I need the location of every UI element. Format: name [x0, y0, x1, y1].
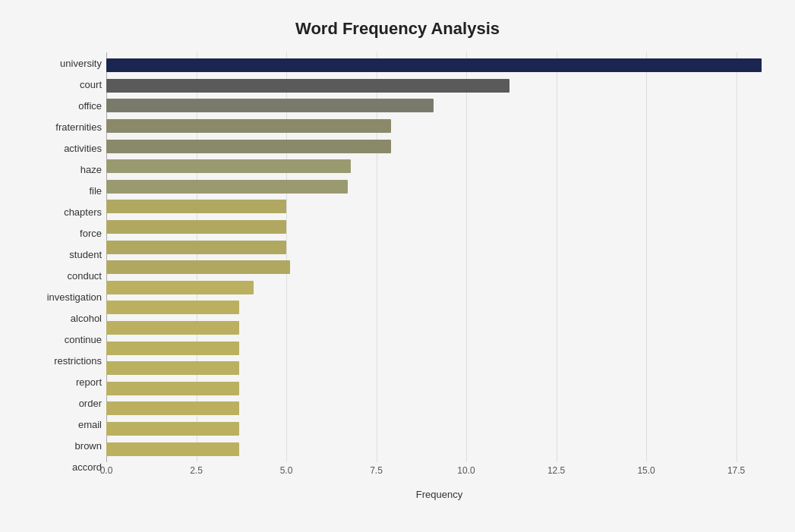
y-axis-label: office — [78, 95, 106, 116]
bar — [106, 140, 391, 153]
bar — [106, 241, 286, 254]
bar-row — [106, 219, 772, 235]
y-axis-label: student — [69, 244, 106, 265]
bar — [106, 382, 239, 395]
y-axis-label: continue — [65, 329, 106, 350]
bar — [106, 401, 239, 415]
y-axis-label: chapters — [64, 201, 106, 222]
y-axis-label: force — [80, 222, 106, 244]
x-tick-label: 17.5 — [727, 465, 745, 476]
bar — [106, 321, 239, 335]
bar — [106, 180, 348, 194]
bar-row — [106, 320, 772, 336]
x-tick-label: 15.0 — [637, 465, 655, 476]
bar-row — [106, 97, 772, 114]
bar-row — [106, 299, 772, 316]
chart-container: Word Frequency Analysis universitycourto… — [0, 0, 795, 532]
bar — [106, 220, 286, 234]
bar — [106, 342, 239, 355]
bar-row — [106, 198, 772, 215]
x-tick-label: 5.0 — [280, 465, 293, 476]
bar-row — [106, 360, 772, 376]
x-axis-label: Frequency — [106, 485, 772, 500]
y-axis-label: court — [80, 74, 106, 95]
bar — [106, 200, 286, 213]
bar — [106, 361, 239, 375]
y-axis-label: fraternities — [55, 116, 106, 137]
bars-container — [106, 52, 772, 462]
y-axis-label: haze — [80, 159, 106, 180]
bar — [106, 159, 351, 173]
plot-area: 0.02.55.07.510.012.515.017.5 Frequency — [106, 52, 772, 500]
y-axis-label: restrictions — [54, 350, 106, 371]
bar — [106, 260, 290, 274]
bar — [106, 281, 254, 294]
bar-row — [106, 138, 772, 155]
y-axis-label: order — [79, 392, 106, 414]
bar-row — [106, 57, 772, 74]
x-tick-label: 0.0 — [100, 465, 113, 476]
bar-row — [106, 259, 772, 275]
bar — [106, 119, 391, 133]
y-axis-label: university — [60, 52, 106, 74]
bar-row — [106, 279, 772, 296]
bar — [106, 99, 434, 112]
bar-row — [106, 441, 772, 458]
x-tick-label: 7.5 — [370, 465, 383, 476]
bar — [106, 301, 239, 314]
bar-row — [106, 178, 772, 195]
chart-area: universitycourtofficefraternitiesactivit… — [23, 52, 772, 500]
bar — [106, 79, 509, 93]
bar-row — [106, 380, 772, 397]
y-axis-label: alcohol — [71, 307, 106, 329]
y-axis-label: brown — [75, 435, 106, 456]
bar — [106, 58, 762, 72]
bar-row — [106, 239, 772, 256]
y-axis-label: file — [89, 180, 106, 201]
bar-row — [106, 158, 772, 175]
y-axis-label: activities — [64, 137, 106, 159]
bar-row — [106, 400, 772, 417]
bar-row — [106, 118, 772, 134]
chart-title: Word Frequency Analysis — [23, 15, 772, 39]
bar-row — [106, 77, 772, 94]
y-axis-label: conduct — [67, 265, 106, 286]
grid-and-bars: 0.02.55.07.510.012.515.017.5 — [106, 52, 772, 485]
bar — [106, 422, 239, 436]
x-tick-label: 2.5 — [190, 465, 203, 476]
bar-row — [106, 340, 772, 357]
y-axis-label: report — [76, 371, 106, 392]
x-axis: 0.02.55.07.510.012.515.017.5 — [106, 462, 772, 485]
x-tick-label: 10.0 — [457, 465, 475, 476]
y-axis-labels: universitycourtofficefraternitiesactivit… — [23, 52, 106, 500]
bar — [106, 442, 239, 456]
y-axis-label: investigation — [47, 286, 106, 307]
bar-row — [106, 420, 772, 437]
x-tick-label: 12.5 — [547, 465, 565, 476]
y-axis-label: email — [78, 414, 106, 435]
